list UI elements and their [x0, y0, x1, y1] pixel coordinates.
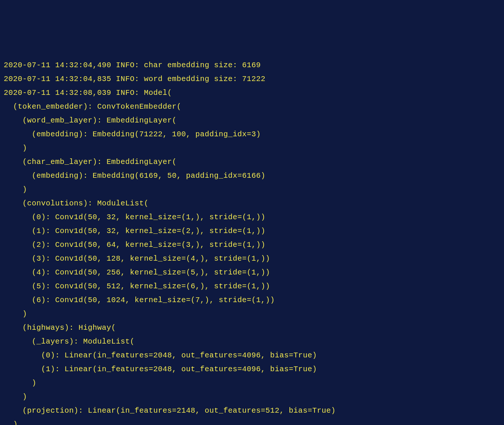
log-line: 2020-07-11 14:32:04,490 INFO: char embed…: [4, 58, 500, 72]
log-line: (3): Conv1d(50, 128, kernel_size=(4,), s…: [4, 252, 500, 266]
log-line: 2020-07-11 14:32:04,835 INFO: word embed…: [4, 72, 500, 86]
log-line: (projection): Linear(in_features=2148, o…: [4, 404, 500, 418]
log-line: (highways): Highway(: [4, 321, 500, 335]
log-line: (char_emb_layer): EmbeddingLayer(: [4, 155, 500, 169]
terminal-output[interactable]: 2020-07-11 14:32:04,490 INFO: char embed…: [4, 58, 500, 425]
log-line: (0): Conv1d(50, 32, kernel_size=(1,), st…: [4, 210, 500, 224]
log-line: ): [4, 390, 500, 404]
log-line: ): [4, 307, 500, 321]
log-line: (6): Conv1d(50, 1024, kernel_size=(7,), …: [4, 293, 500, 307]
log-line: (convolutions): ModuleList(: [4, 196, 500, 210]
log-line: (2): Conv1d(50, 64, kernel_size=(3,), st…: [4, 238, 500, 252]
log-line: (_layers): ModuleList(: [4, 335, 500, 348]
log-line: (embedding): Embedding(6169, 50, padding…: [4, 169, 500, 183]
log-line: (0): Linear(in_features=2048, out_featur…: [4, 348, 500, 362]
log-line: (word_emb_layer): EmbeddingLayer(: [4, 114, 500, 127]
log-line: ): [4, 418, 500, 425]
log-line: ): [4, 141, 500, 155]
log-line: ): [4, 183, 500, 196]
log-line: (5): Conv1d(50, 512, kernel_size=(6,), s…: [4, 279, 500, 293]
log-line: (1): Linear(in_features=2048, out_featur…: [4, 362, 500, 376]
log-line: (1): Conv1d(50, 32, kernel_size=(2,), st…: [4, 224, 500, 238]
log-line: (token_embedder): ConvTokenEmbedder(: [4, 100, 500, 114]
log-line: ): [4, 376, 500, 390]
log-line: 2020-07-11 14:32:08,039 INFO: Model(: [4, 86, 500, 100]
log-line: (4): Conv1d(50, 256, kernel_size=(5,), s…: [4, 266, 500, 279]
log-line: (embedding): Embedding(71222, 100, paddi…: [4, 127, 500, 141]
